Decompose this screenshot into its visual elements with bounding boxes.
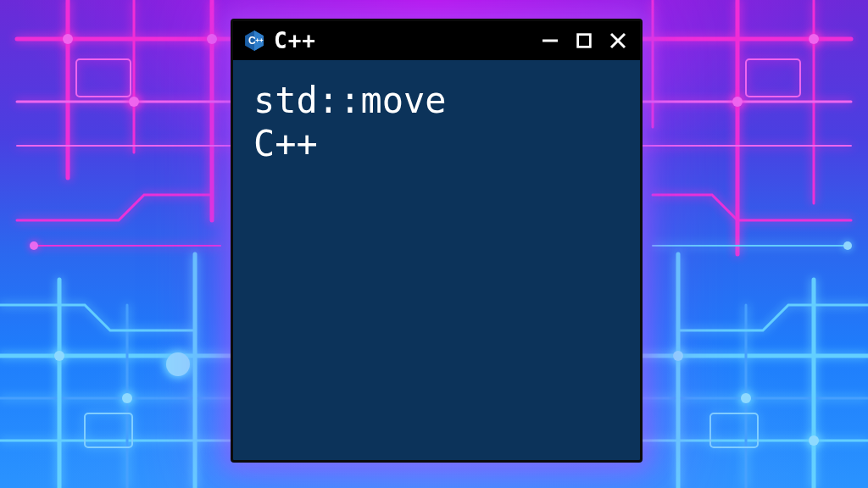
svg-point-11 [129,97,139,107]
svg-point-26 [54,351,64,361]
svg-rect-32 [85,413,132,447]
svg-point-10 [63,34,73,44]
svg-rect-44 [259,40,263,41]
titlebar[interactable]: C C++ [233,21,640,60]
cpp-icon: C [243,30,265,52]
svg-point-29 [673,351,683,361]
svg-point-27 [122,393,132,403]
code-line-2: C++ [253,123,318,164]
svg-point-12 [207,34,217,44]
code-line-1: std::move [253,80,447,121]
svg-point-37 [843,241,852,250]
svg-rect-46 [578,35,591,47]
window-title: C++ [274,28,316,53]
window-controls [538,29,630,53]
svg-point-28 [166,352,190,376]
terminal-content: std::move C++ [233,60,640,184]
svg-point-31 [809,435,819,446]
svg-rect-16 [746,59,800,97]
svg-text:C: C [248,35,256,47]
svg-rect-42 [256,40,259,41]
minimize-button[interactable] [538,29,562,53]
close-button[interactable] [606,29,630,53]
svg-point-30 [741,393,751,403]
maximize-button[interactable] [572,29,596,53]
svg-rect-33 [710,413,758,447]
svg-rect-15 [76,59,131,97]
svg-point-14 [809,34,819,44]
terminal-window: C C++ s [231,19,643,463]
svg-point-36 [30,241,38,250]
svg-point-13 [732,97,743,107]
